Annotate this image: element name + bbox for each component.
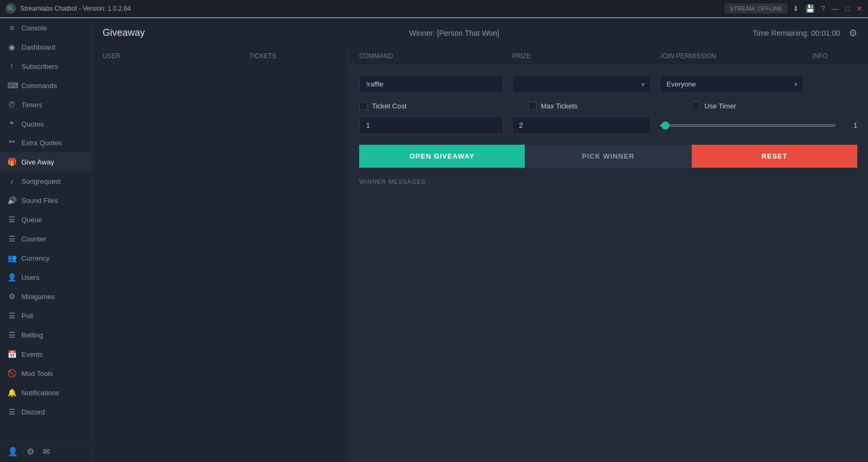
content-area: Giveaway Winner: [Person That Won] Time … (92, 18, 868, 462)
sidebar-label-betting: Betting (21, 331, 43, 339)
user-list (92, 65, 348, 462)
profile-icon[interactable]: 👤 (7, 447, 18, 457)
sidebar-label-timers: Timers (21, 101, 42, 109)
timer-display: Time Remaining: 00:01:00 (753, 29, 840, 37)
ticket-cost-group: Ticket Cost (359, 101, 512, 110)
app-title: Streamlabs Chatbot - Version: 1.0.2.64 (20, 5, 725, 12)
form-column-headers: Command Prize Join Permission Info (348, 48, 868, 65)
use-timer-checkbox[interactable] (692, 101, 700, 110)
minigames-icon: ⚙ (7, 292, 16, 301)
sidebar-item-dashboard[interactable]: ◉ Dashboard (0, 37, 91, 57)
titlebar-controls: ⬇ 💾 ? — □ ✕ (793, 4, 863, 13)
column-header-user: USER (103, 52, 249, 60)
sidebar-label-extra-quotes: Extra Quotes (21, 139, 62, 147)
sidebar-label-dashboard: Dashboard (21, 43, 56, 51)
maximize-icon[interactable]: □ (846, 4, 850, 13)
download-icon[interactable]: ⬇ (793, 4, 799, 13)
sidebar-item-commands[interactable]: ⌨ Commands (0, 76, 91, 95)
sidebar-item-notifications[interactable]: 🔔 Notifications (0, 383, 91, 402)
close-icon[interactable]: ✕ (856, 4, 863, 13)
timer-slider[interactable] (660, 124, 836, 127)
table-header: USER TICKETS (92, 48, 348, 65)
events-icon: 📅 (7, 350, 16, 358)
sidebar-item-currency[interactable]: 👥 Currency (0, 248, 91, 268)
timers-icon: ⏱ (7, 100, 16, 109)
ticket-cost-label: Ticket Cost (372, 102, 407, 110)
command-input[interactable] (359, 75, 503, 93)
giveaway-form-panel: Command Prize Join Permission Info (348, 48, 868, 462)
column-header-tickets: TICKETS (249, 52, 337, 60)
songrequest-icon: ♪ (7, 177, 16, 185)
sidebar-item-poll[interactable]: ☰ Poll (0, 306, 91, 325)
mod-tools-icon: 🚫 (7, 369, 16, 378)
sidebar-item-songrequest[interactable]: ♪ Songrequest (0, 171, 91, 191)
quotes-icon: ❝ (7, 120, 16, 128)
sidebar-label-quotes: Quotes (21, 120, 44, 128)
sidebar-item-timers[interactable]: ⏱ Timers (0, 95, 91, 114)
max-tickets-group: Max Tickets (528, 101, 676, 110)
sidebar-item-betting[interactable]: ☰ Betting (0, 325, 91, 344)
sidebar-item-queue[interactable]: ☰ Queue (0, 210, 91, 229)
col-header-join-permission: Join Permission (660, 52, 804, 60)
prize-select[interactable] (512, 75, 651, 93)
winner-display: Winner: [Person That Won] (156, 29, 753, 37)
counter-icon: ☰ (7, 234, 16, 243)
winner-messages-section: WINNER MESSAGES (359, 178, 857, 185)
save-icon[interactable]: 💾 (805, 4, 815, 13)
sidebar-item-sound-files[interactable]: 🔊 Sound Files (0, 191, 91, 210)
sidebar-label-discord: Discord (21, 408, 45, 416)
action-buttons: OPEN GIVEAWAY PICK WINNER RESET (359, 145, 857, 168)
sidebar-item-give-away[interactable]: 🎁 Give Away (0, 152, 91, 171)
stream-status-badge: STREAM: OFFLINE (725, 4, 787, 13)
cost-input[interactable] (359, 116, 503, 134)
pick-winner-button[interactable]: PICK WINNER (525, 145, 692, 168)
poll-icon: ☰ (7, 311, 16, 320)
settings-icon[interactable]: ⚙ (27, 447, 34, 457)
sidebar-label-currency: Currency (21, 254, 50, 262)
giveaway-form: Everyone Subscribers Regulars Moderators… (348, 65, 868, 462)
sidebar-label-console: Console (21, 24, 47, 32)
sidebar-label-users: Users (21, 273, 40, 281)
help-icon[interactable]: ? (821, 4, 825, 13)
sidebar-item-events[interactable]: 📅 Events (0, 344, 91, 364)
sidebar-item-counter[interactable]: ☰ Counter (0, 229, 91, 248)
timer-slider-value: 1 (841, 121, 857, 129)
notifications-icon: 🔔 (7, 388, 16, 397)
sidebar-item-extra-quotes[interactable]: ❝❝ Extra Quotes (0, 134, 91, 152)
winner-messages-label: WINNER MESSAGES (359, 178, 857, 185)
sidebar-item-discord[interactable]: ☰ Discord (0, 402, 91, 421)
max-tickets-input[interactable] (512, 116, 651, 134)
use-timer-label: Use Timer (704, 102, 736, 110)
sidebar-item-mod-tools[interactable]: 🚫 Mod Tools (0, 364, 91, 383)
max-tickets-checkbox[interactable] (528, 101, 537, 110)
mail-icon[interactable]: ✉ (43, 447, 50, 457)
queue-icon: ☰ (7, 215, 16, 224)
sidebar-label-mod-tools: Mod Tools (21, 370, 53, 378)
col-header-command: Command (359, 52, 503, 60)
sidebar-item-subscribers[interactable]: ! Subscribers (0, 57, 91, 76)
giveaway-settings-button[interactable]: ⚙ (849, 27, 857, 39)
reset-button[interactable]: RESET (692, 145, 857, 168)
sidebar-item-console[interactable]: ≡ Console (0, 18, 91, 37)
minimize-icon[interactable]: — (832, 4, 839, 13)
sidebar-label-commands: Commands (21, 82, 57, 90)
ticket-cost-checkbox[interactable] (359, 101, 368, 110)
max-tickets-label: Max Tickets (541, 102, 578, 110)
sidebar-item-minigames[interactable]: ⚙ Minigames (0, 287, 91, 306)
sidebar-label-queue: Queue (21, 216, 42, 224)
sidebar-item-users[interactable]: 👤 Users (0, 268, 91, 287)
betting-icon: ☰ (7, 331, 16, 339)
dashboard-icon: ◉ (7, 43, 16, 51)
titlebar: SL Streamlabs Chatbot - Version: 1.0.2.6… (0, 0, 868, 17)
subscribers-icon: ! (7, 62, 16, 71)
sidebar-item-quotes[interactable]: ❝ Quotes (0, 114, 91, 134)
open-giveaway-button[interactable]: OPEN GIVEAWAY (359, 145, 525, 168)
extra-quotes-icon: ❝❝ (7, 139, 16, 146)
sidebar: ≡ Console ◉ Dashboard ! Subscribers ⌨ Co… (0, 18, 92, 462)
join-permission-select[interactable]: Everyone Subscribers Regulars Moderators (660, 75, 804, 93)
page-title: Giveaway (103, 27, 145, 38)
sidebar-label-minigames: Minigames (21, 293, 55, 301)
sidebar-label-events: Events (21, 350, 43, 358)
user-tickets-panel: USER TICKETS (92, 48, 348, 462)
timer-slider-container: 1 (660, 121, 857, 129)
